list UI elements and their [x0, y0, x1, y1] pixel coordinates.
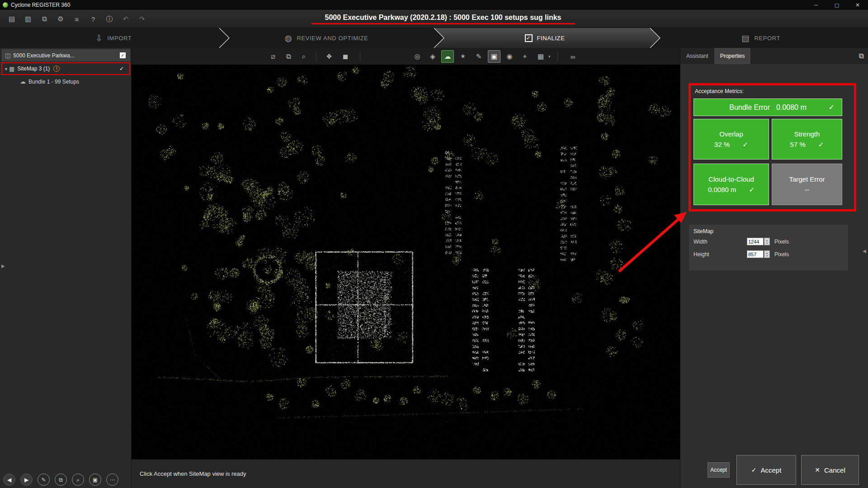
pen-tool-icon[interactable]: ✎ — [472, 50, 485, 63]
sitemap-check[interactable]: ✓ — [119, 66, 124, 72]
tab-report-label: REPORT — [755, 35, 781, 42]
cancel-x-icon: ✕ — [815, 466, 820, 474]
nav-more-button[interactable]: ⋯ — [106, 474, 118, 486]
target-error-value: -- — [805, 186, 809, 193]
settings-gear-icon[interactable]: ⚙ — [56, 15, 65, 23]
fill-view-icon[interactable]: ◼ — [339, 50, 352, 63]
strength-value: 57 % — [790, 141, 806, 149]
nav-duplicate-button[interactable]: ⧉ — [55, 474, 67, 486]
cloud-tool-icon[interactable]: ☁ — [441, 50, 454, 63]
report-icon: ▤ — [741, 33, 750, 43]
height-input[interactable] — [747, 250, 764, 258]
sitemap-view-icon[interactable]: ▣ — [488, 50, 500, 63]
strength-check-icon: ✓ — [818, 141, 824, 149]
tree-item-bundle[interactable]: ☁ Bundle 1 - 99 Setups — [0, 76, 132, 87]
list-icon[interactable]: ≡ — [72, 15, 81, 23]
width-unit: Pixels — [774, 239, 789, 245]
panels-icon[interactable]: ⧉ — [40, 15, 49, 23]
expander-caret-icon[interactable]: ▾ — [5, 66, 7, 71]
strength-label: Strength — [794, 130, 820, 138]
import-icon: ⇩ — [95, 33, 103, 43]
help-icon[interactable]: ? — [89, 15, 98, 23]
geotag-tool-icon[interactable]: ⌖ — [519, 50, 531, 63]
properties-panel: Assistant Properties ⧉ Acceptance Metric… — [680, 48, 868, 488]
nav-edit-button[interactable]: ✎ — [38, 474, 50, 486]
project-icon: ◫ — [5, 52, 10, 59]
cloud-to-cloud-metric: Cloud-to-Cloud 0.0080 m ✓ — [693, 164, 769, 205]
overlap-label: Overlap — [719, 130, 743, 138]
zoom-window-icon[interactable]: ⌕ — [297, 50, 310, 63]
ucs-tool-icon[interactable]: ▦ — [534, 50, 547, 63]
nav-image-button[interactable]: ▣ — [89, 474, 101, 486]
tree-item-project[interactable]: ◫ 5000 Executive Parkwa... ✓ — [1, 49, 130, 61]
nav-zoom-button[interactable]: ⌕ — [72, 474, 84, 486]
tab-properties[interactable]: Properties — [714, 48, 751, 64]
review-icon: ◍ — [284, 33, 292, 43]
width-stepper-down-icon[interactable]: ▼ — [766, 242, 768, 244]
toolbar-divider — [316, 51, 316, 62]
tab-report[interactable]: ▤ REPORT — [689, 28, 833, 48]
cancel-button[interactable]: ✕ Cancel — [801, 455, 859, 485]
metrics-heading: Acceptance Metrics: — [695, 88, 744, 94]
undo-icon[interactable]: ↶ — [121, 15, 130, 23]
project-checkbox[interactable]: ✓ — [120, 52, 126, 58]
link-views-icon[interactable]: ❖ — [323, 50, 335, 63]
target-tool-icon[interactable]: ◎ — [411, 50, 424, 63]
nav-forward-button[interactable]: ▶ — [20, 474, 33, 486]
close-button[interactable]: ✕ — [847, 0, 868, 10]
height-stepper-down-icon[interactable]: ▼ — [766, 254, 768, 257]
open-project-icon[interactable]: ▤ — [7, 15, 16, 23]
redo-icon[interactable]: ↷ — [137, 15, 146, 23]
nav-back-button[interactable]: ◀ — [3, 474, 15, 486]
accept-button-label: Accept — [760, 466, 781, 474]
save-project-icon[interactable]: ▥ — [24, 15, 33, 23]
height-label: Height — [693, 251, 709, 258]
accept-button[interactable]: ✓ Accept — [736, 455, 796, 485]
cloud-to-cloud-value: 0.0080 m — [708, 186, 736, 194]
bundle-error-label: Bundle Error — [729, 103, 770, 112]
overlap-check-icon: ✓ — [742, 141, 748, 149]
tab-import[interactable]: ⇩ IMPORT — [41, 28, 186, 48]
link-tool-icon[interactable]: ∞ — [566, 50, 579, 63]
maximize-button[interactable]: ▢ — [826, 0, 847, 10]
canvas-toolbar: ⧄ ⧉ ⌕ ❖ ◼ ◎ ◈ ☁ ✶ ✎ ▣ ◉ ⌖ ▦ ▾ ∞ — [132, 48, 680, 65]
bundle-error-metric: Bundle Error 0.0080 m ✓ — [693, 99, 842, 116]
cloud-to-cloud-label: Cloud-to-Cloud — [708, 175, 754, 183]
right-collapse-handle[interactable]: ◀ — [863, 249, 866, 253]
width-input[interactable] — [747, 238, 764, 245]
overlap-metric: Overlap 32 % ✓ — [693, 119, 769, 160]
sitemap-point-cloud-viewport[interactable] — [132, 65, 680, 459]
tab-review-label: REVIEW AND OPTIMIZE — [297, 35, 368, 42]
width-stepper[interactable]: ▲ ▼ — [764, 238, 770, 245]
panel-expand-icon[interactable]: ⧉ — [859, 52, 864, 60]
bundle-label: Bundle 1 - 99 Setups — [28, 79, 79, 85]
left-collapse-handle[interactable]: ▶ — [1, 263, 5, 268]
status-text: Click Accept when SiteMap view is ready — [140, 470, 246, 477]
ucs-dropdown-caret-icon[interactable]: ▾ — [548, 54, 551, 59]
canvas-statusbar: Click Accept when SiteMap view is ready — [132, 459, 680, 488]
camera-tool-icon[interactable]: ◉ — [503, 50, 516, 63]
acceptance-metrics-annotation-rect: Acceptance Metrics: Bundle Error 0.0080 … — [689, 83, 856, 211]
copy-view-icon[interactable]: ⧉ — [282, 50, 295, 63]
slice-tool-icon[interactable]: ⧄ — [267, 50, 279, 63]
height-stepper[interactable]: ▲ ▼ — [764, 250, 770, 258]
bundle-error-value: 0.0080 m — [776, 103, 807, 112]
tab-review-optimize[interactable]: ◍ REVIEW AND OPTIMIZE — [254, 28, 399, 48]
sitemap-label: SiteMap 3 (1) — [17, 66, 50, 72]
tag-tool-icon[interactable]: ◈ — [426, 50, 439, 63]
toolbar-divider — [557, 51, 558, 62]
info-icon[interactable]: ⓘ — [105, 15, 114, 23]
bundle-error-check-icon: ✓ — [829, 103, 835, 112]
tab-finalize[interactable]: ✓ FINALIZE — [472, 28, 617, 48]
tab-import-label: IMPORT — [107, 35, 132, 42]
star-tool-icon[interactable]: ✶ — [457, 50, 469, 63]
minimize-button[interactable]: ─ — [806, 0, 826, 10]
cloud-to-cloud-check-icon: ✓ — [749, 186, 755, 194]
tree-item-sitemap[interactable]: ▾ ▦ SiteMap 3 (1) ! ✓ — [1, 62, 130, 75]
workflow-tabbar: ⇩ IMPORT ◍ REVIEW AND OPTIMIZE ✓ FINALIZ… — [0, 28, 868, 48]
app-title: Cyclone REGISTER 360 — [11, 2, 70, 8]
project-tree-sidebar: ◫ 5000 Executive Parkwa... ✓ ▾ ▦ SiteMap… — [0, 48, 132, 488]
accept-quick-button[interactable]: Accept — [708, 462, 730, 478]
tab-assistant[interactable]: Assistant — [680, 48, 714, 64]
project-title-wrap: 5000 Executive Parkway (2020.2.18) : 500… — [163, 10, 723, 28]
